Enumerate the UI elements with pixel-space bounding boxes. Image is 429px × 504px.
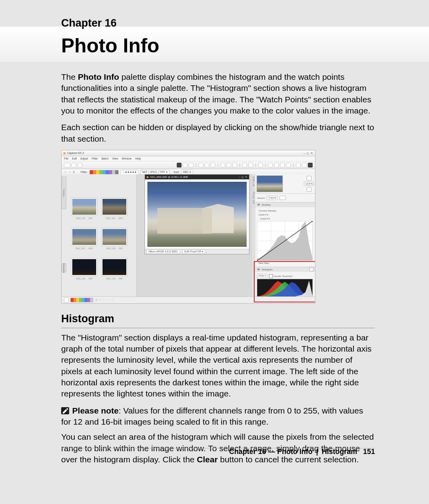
new-step-label: New Step — [259, 262, 269, 265]
footer-chapter: Chapter 16 — Photo Info — [229, 448, 313, 456]
crop-icon[interactable] — [296, 163, 301, 167]
rotate-right-icon[interactable] — [205, 163, 209, 167]
color-profile[interactable]: Nikon sRGB 4.0.0.3001 — [147, 249, 180, 254]
develop-panel: Develop Camera Settings Quick Fix Quick … — [255, 202, 315, 267]
develop-header[interactable]: Develop — [255, 202, 315, 207]
zoom-in-icon[interactable] — [307, 176, 311, 181]
soft-proof-dropdown[interactable]: Soft Proof Off ▾ — [182, 249, 205, 254]
rgb-histogram[interactable] — [257, 279, 313, 296]
photo-info-tab[interactable]: Photo Info — [251, 189, 256, 207]
viewer-area: DSC_0001.NEF @ 12.8% | 11.3MB – ◻ ✕ Niko… — [137, 174, 255, 297]
straighten-icon[interactable] — [211, 163, 215, 167]
thumbnail[interactable]: DSC_00… .JPG — [101, 198, 128, 221]
lasso-icon[interactable] — [220, 163, 225, 167]
quickfix-row[interactable]: Quick Fix — [257, 213, 313, 216]
quickfix-item[interactable]: Quick Fix — [257, 217, 313, 220]
menu-window[interactable]: Window — [122, 157, 131, 160]
panel-tab-rail: Edit List Photo Info — [251, 174, 255, 297]
zoom-percent[interactable]: 12.8 % — [304, 182, 314, 186]
gradient-icon[interactable] — [274, 163, 279, 167]
side-panels: 12.8 % Version Original — [255, 174, 315, 297]
thumb-caption: DSC_00… .JPG — [106, 217, 123, 220]
double-threshold-check[interactable]: Double Threshold — [269, 274, 292, 278]
intro-paragraph-1: The Photo Info palette display combines … — [61, 71, 375, 116]
thumbnail[interactable]: DSC_00… .NIF — [71, 198, 97, 221]
control-point-icon[interactable] — [242, 163, 247, 167]
window-title: Capture NX 2 — [67, 151, 84, 155]
menu-help[interactable]: Help — [135, 157, 141, 160]
camera-settings-row[interactable]: Camera Settings — [257, 209, 313, 212]
thumbnail[interactable]: DSC_00… .NIF — [71, 258, 97, 281]
browser-statusbar: ★☆☆☆☆☆ — [62, 296, 315, 303]
tool-group-1-btn[interactable] — [64, 163, 70, 167]
select-icon[interactable] — [258, 163, 263, 167]
page-footer: Chapter 16 — Photo Info | Histogram 151 — [61, 447, 375, 456]
thumb-caption: DSC_00… .NIF — [76, 277, 93, 280]
footer-section: Histogram — [322, 448, 357, 456]
document-titlebar: DSC_0001.NEF @ 12.8% | 11.3MB – ◻ ✕ — [145, 175, 249, 179]
channel-dropdown[interactable]: RGB ▾ — [257, 274, 267, 278]
menu-batch[interactable]: Batch — [101, 157, 108, 160]
sort-label: Sort: — [174, 170, 180, 174]
window-titlebar: Capture NX 2 – ◻ ✕ — [62, 150, 315, 156]
fill-icon[interactable] — [280, 163, 285, 167]
folders-tab[interactable]: Folders — [62, 177, 66, 209]
tool-group-1-btn[interactable] — [72, 163, 76, 167]
thumbnail[interactable]: DSC_00… .NIF — [101, 228, 128, 251]
zoom-tool-icon[interactable] — [189, 163, 193, 167]
layout-active-icon[interactable] — [308, 163, 313, 167]
layout-icon[interactable] — [302, 163, 307, 167]
page-title: Photo Info — [61, 33, 159, 60]
double-threshold-label: Double Threshold — [274, 275, 292, 278]
hand-tool-icon[interactable] — [183, 163, 187, 167]
window-controls[interactable]: – ◻ ✕ — [303, 151, 313, 155]
section-rule — [61, 328, 375, 328]
navigator-thumbnail[interactable] — [257, 175, 283, 192]
gear-icon[interactable] — [64, 298, 69, 302]
menu-adjust[interactable]: Adjust — [80, 157, 88, 160]
label-swatch-bottom[interactable] — [70, 298, 93, 302]
menu-filter[interactable]: Filter — [92, 157, 98, 160]
lasso-plus-icon[interactable] — [226, 163, 231, 167]
menu-file[interactable]: File — [64, 157, 68, 160]
color-control-icon[interactable] — [248, 163, 253, 167]
menu-view[interactable]: View — [112, 157, 118, 160]
chapter-label: Chapter 16 — [61, 16, 117, 30]
thumbnail[interactable]: DSC_00… .JPG — [71, 228, 97, 251]
brush-icon[interactable] — [268, 163, 273, 167]
doc-window-controls[interactable]: – ◻ ✕ — [239, 175, 247, 179]
rotate-left-icon[interactable] — [199, 163, 203, 167]
pointer-tool-icon[interactable] — [177, 163, 182, 167]
zoom-out-icon[interactable] — [307, 187, 311, 192]
doc-icon — [147, 176, 149, 178]
document-window[interactable]: DSC_0001.NEF @ 12.8% | 11.3MB – ◻ ✕ Niko… — [145, 174, 249, 254]
document-image[interactable] — [147, 182, 247, 247]
edit-list-tab[interactable]: Edit List — [251, 174, 256, 189]
version-picker-icon[interactable] — [280, 196, 286, 200]
star-rating[interactable]: ★☆☆☆☆☆ — [95, 298, 114, 302]
metadata-tab[interactable]: Metadata — [62, 264, 66, 272]
curves-histogram[interactable] — [257, 221, 313, 261]
new-step-row[interactable]: New Step — [257, 262, 313, 265]
thumbnail[interactable]: DSC_00… .NIF — [101, 258, 128, 281]
thumbnail-grid: DSC_00… .NIF DSC_00… .JPG DSC_00… .JPG D… — [71, 198, 128, 281]
menu-edit[interactable]: Edit — [72, 157, 77, 160]
main-toolbar — [62, 162, 315, 169]
pencil-icon — [61, 407, 69, 414]
tool-group-1-btn[interactable] — [77, 163, 82, 167]
lasso-minus-icon[interactable] — [232, 163, 237, 167]
version-row: Version Original — [255, 194, 315, 202]
navigator-panel: 12.8 % — [255, 174, 315, 194]
hist-note: Please note: Values for the different ch… — [61, 405, 375, 428]
watch-points-row[interactable]: Watch Points — [257, 304, 313, 304]
histogram-title: Histogram — [262, 268, 272, 271]
mask-icon[interactable] — [286, 163, 291, 167]
menubar: File Edit Adjust Filter Batch View Windo… — [62, 156, 315, 162]
intro-paragraph-2: Each section can be hidden or displayed … — [61, 122, 375, 144]
browser-panel: Folders Metadata DSC_00… .NIF DSC_00… .J… — [62, 174, 137, 297]
note-bold: Please note — [72, 406, 119, 415]
histogram-header[interactable]: Histogram — [255, 267, 315, 272]
filter-label: Filter: — [81, 170, 88, 174]
options-icon[interactable] — [309, 267, 313, 271]
version-dropdown[interactable]: Original — [267, 196, 278, 200]
